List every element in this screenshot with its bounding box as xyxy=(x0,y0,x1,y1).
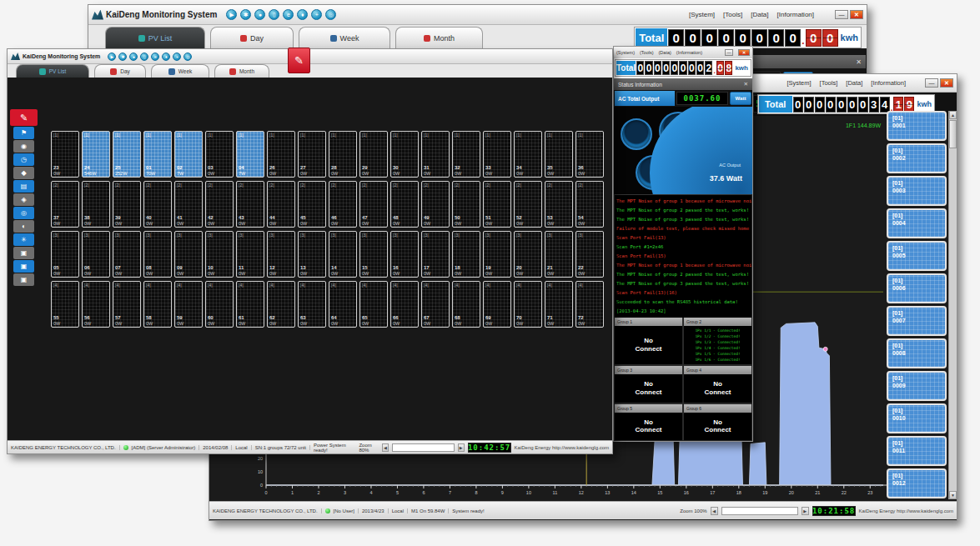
pv-panel-tile[interactable]: [4]550W xyxy=(51,281,79,328)
pv-panel-tile[interactable]: [4]650W xyxy=(359,281,388,328)
menu-tools[interactable]: (Tools) xyxy=(640,50,654,55)
pv-panel-tile[interactable]: [3]070W xyxy=(113,231,141,278)
add-icon[interactable]: + xyxy=(173,53,181,61)
pv-panel-tile[interactable]: [4]710W xyxy=(545,281,573,328)
close-button[interactable]: ✕ xyxy=(940,78,953,88)
close-button[interactable]: ✕ xyxy=(738,49,750,56)
pv-panel-tile[interactable]: [3]220W xyxy=(575,231,604,278)
inverter-tile[interactable]: [01]0005 xyxy=(887,241,947,271)
pv-panel-tile[interactable]: [2]430W xyxy=(236,181,264,228)
pv-panel-tile[interactable]: [1]25252W xyxy=(113,131,141,178)
tab-pvlist[interactable]: PV List xyxy=(105,27,205,48)
inverter-tile[interactable]: [01]0002 xyxy=(887,143,947,173)
pv-panel-tile[interactable]: [2]510W xyxy=(483,181,511,228)
pv-panel-tile[interactable]: [3]200W xyxy=(514,231,542,278)
pv-panel-tile[interactable]: [2]490W xyxy=(421,181,450,228)
pv-panel-tile[interactable]: [4]680W xyxy=(452,281,480,328)
zoom-slider[interactable] xyxy=(721,507,798,515)
close-panel-icon[interactable]: ✕ xyxy=(744,81,748,88)
menu-system[interactable]: [System] xyxy=(689,11,715,18)
pv-panel-tile[interactable]: [4]640W xyxy=(329,281,357,328)
globe-icon[interactable]: ◎ xyxy=(325,9,336,20)
lock-icon[interactable]: ● xyxy=(254,9,265,20)
pv-panel-tile[interactable]: [1]290W xyxy=(359,131,388,178)
pv-panel-tile[interactable]: [4]590W xyxy=(174,281,203,328)
pv-panel-tile[interactable]: [3]120W xyxy=(267,231,295,278)
pv-panel-tile[interactable]: [2]420W xyxy=(205,181,234,228)
pv-panel-tile[interactable]: [3]100W xyxy=(205,231,234,278)
pv-panel-tile[interactable]: [1]310W xyxy=(421,131,450,178)
scroll-up-icon[interactable]: ▲ xyxy=(949,111,957,119)
pv-panel-tile[interactable]: [3]160W xyxy=(390,231,419,278)
pv-panel-tile[interactable]: [3]080W xyxy=(143,231,172,278)
tab-day[interactable]: Day xyxy=(94,64,146,78)
pv-panel-tile[interactable]: [2]400W xyxy=(143,181,172,228)
sidebar-button-diamond-icon[interactable]: ◆ xyxy=(13,167,34,179)
pv-panel-tile[interactable]: [1]270W xyxy=(298,131,326,178)
pv-panel-tile[interactable]: [4]630W xyxy=(298,281,326,328)
tab-week[interactable]: Week xyxy=(151,64,209,78)
menu-information[interactable]: [Information] xyxy=(871,79,906,87)
minimize-button[interactable]: — xyxy=(925,78,938,88)
pv-panel-tile[interactable]: [3]190W xyxy=(483,231,511,278)
minimize-button[interactable]: — xyxy=(835,10,848,19)
pv-panel-tile[interactable]: [4]610W xyxy=(236,281,264,328)
pv-panel-tile[interactable]: [2]440W xyxy=(267,181,295,228)
inverter-tile[interactable]: [01]0008 xyxy=(887,338,947,368)
scrollbar-thumb[interactable] xyxy=(949,120,957,148)
zoom-right-icon[interactable]: ▶ xyxy=(458,443,465,452)
zoom-slider[interactable] xyxy=(392,443,455,452)
pv-panel-tile[interactable]: [2]540W xyxy=(575,181,604,228)
play-icon[interactable]: ▶ xyxy=(108,53,116,61)
menu-system[interactable]: (System) xyxy=(616,50,635,55)
sidebar-button-camera2-icon[interactable]: ▣ xyxy=(13,260,34,273)
settings-icon[interactable]: ✱ xyxy=(240,9,251,20)
pv-panel-tile[interactable]: [2]410W xyxy=(174,181,203,228)
pv-panel-tile[interactable]: [4]700W xyxy=(514,281,542,328)
pv-panel-tile[interactable]: [4]660W xyxy=(390,281,419,328)
tab-month[interactable]: Month xyxy=(214,64,269,78)
pv-panel-tile[interactable]: [1]330W xyxy=(483,131,511,178)
close-button[interactable]: ✕ xyxy=(850,10,863,19)
menu-information[interactable]: [Information] xyxy=(777,11,814,18)
inverter-tile[interactable]: [01]0004 xyxy=(887,208,947,238)
zoom-left-icon[interactable]: ◀ xyxy=(711,507,718,515)
lock-icon[interactable]: ● xyxy=(129,53,138,61)
sidebar-button-info-icon[interactable]: ◉ xyxy=(13,140,34,153)
pv-panel-tile[interactable]: [3]180W xyxy=(452,231,480,278)
sidebar-button-network-icon[interactable]: ✳ xyxy=(13,233,34,246)
pv-panel-tile[interactable]: [2]450W xyxy=(298,181,326,228)
book-icon[interactable]: ▯ xyxy=(269,9,279,20)
pv-panel-tile[interactable]: [4]570W xyxy=(113,281,141,328)
pv-panel-tile[interactable]: [2]370W xyxy=(51,181,79,228)
floating-annotate-button[interactable]: ✎ xyxy=(288,48,310,73)
pv-panel-tile[interactable]: [2]460W xyxy=(329,181,357,228)
pv-panel-tile[interactable]: [3]130W xyxy=(298,231,326,278)
menu-tools[interactable]: [Tools] xyxy=(723,11,742,18)
tab-day[interactable]: Day xyxy=(210,27,294,48)
pv-panel-tile[interactable]: [2]500W xyxy=(452,181,480,228)
menu-data[interactable]: [Data] xyxy=(846,79,862,87)
menu-information[interactable]: (Information) xyxy=(676,50,702,55)
browser-icon[interactable]: e xyxy=(151,53,159,61)
pv-panel-tile[interactable]: [4]600W xyxy=(205,281,234,328)
inverter-tile[interactable]: [01]0006 xyxy=(887,273,947,303)
pv-panel-tile[interactable]: [4]580W xyxy=(143,281,172,328)
watt-unit-button[interactable]: Watt xyxy=(730,92,751,105)
pv-panel-tile[interactable]: [1]230W xyxy=(51,131,79,178)
tab-week[interactable]: Week xyxy=(299,27,390,48)
pv-panel-tile[interactable]: [1]360W xyxy=(575,131,604,178)
pv-panel-tile[interactable]: [3]060W xyxy=(82,231,110,278)
menu-data[interactable]: (Data) xyxy=(659,50,671,55)
pv-panel-tile[interactable]: [4]560W xyxy=(82,281,110,328)
add-icon[interactable]: + xyxy=(311,9,322,20)
zoom-right-icon[interactable]: ▶ xyxy=(802,507,809,515)
inverter-scrollbar[interactable]: ▲ ▼ xyxy=(948,111,957,499)
pin-icon[interactable]: ♦ xyxy=(162,53,170,61)
pv-panel-tile[interactable]: [3]150W xyxy=(359,231,388,278)
menu-tools[interactable]: [Tools] xyxy=(820,79,838,87)
menu-data[interactable]: [Data] xyxy=(751,11,768,18)
pv-panel-tile[interactable]: [3]090W xyxy=(174,231,203,278)
pv-panel-tile[interactable]: [3]170W xyxy=(421,231,450,278)
sidebar-button-flag-icon[interactable]: ⚑ xyxy=(13,127,34,139)
